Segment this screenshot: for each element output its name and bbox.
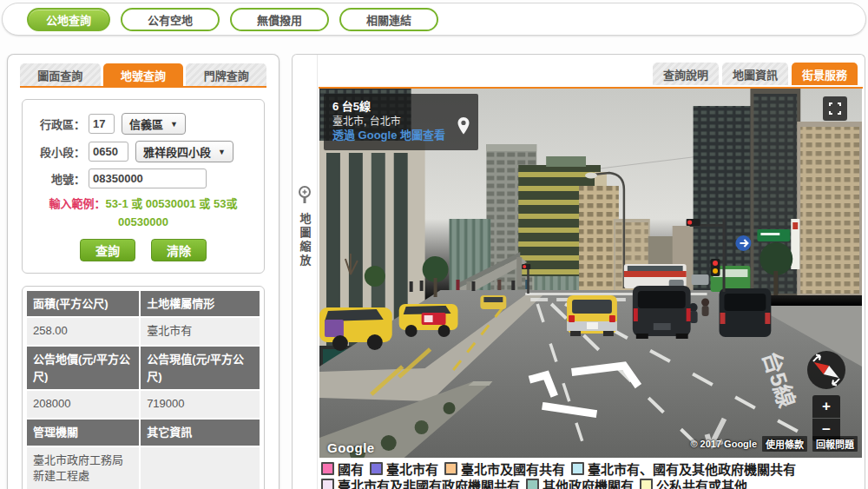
cell-announced-current-value: 719000: [141, 391, 260, 418]
input-example: 輸入範例：53-1 或 00530001 或 53或 00530000: [30, 195, 257, 232]
chevron-down-icon: ▼: [218, 148, 226, 156]
terms-of-use-link[interactable]: 使用條款: [762, 436, 807, 452]
query-form: 行政區： 信義區 ▼ 段小段： 雅祥段四小段 ▼ 地號： 輸入: [22, 99, 265, 274]
result-box: 面積(平方公尺) 土地權屬情形 258.00 臺北市有 公告地價(元/平方公尺)…: [22, 286, 265, 489]
legend-swatch: [444, 462, 457, 475]
map-panel: 地圖縮放 查詢說明 地圖資訊 街景服務: [292, 54, 865, 489]
legend-item: 臺北市有、國有及其他政府機關共有: [571, 460, 796, 476]
cell-area: 258.00: [27, 318, 139, 345]
query-panel: 圖面查詢 地號查詢 門牌查詢 行政區： 信義區 ▼ 段小段： 雅祥段四小段 ▼: [7, 54, 279, 489]
th-managing-agency: 管理機關: [27, 420, 139, 446]
nav-public-land-button[interactable]: 公地查詢: [27, 8, 110, 31]
legend-swatch: [321, 462, 334, 475]
street-view-subtitle: 臺北市, 台北市: [332, 115, 450, 129]
fullscreen-icon: [829, 102, 841, 115]
th-ownership: 土地權屬情形: [141, 291, 260, 317]
street-view-info-card: 6 台5線 臺北市, 台北市 透過 Google 地圖查看: [324, 94, 478, 150]
legend-item: 其他政府機關有: [526, 477, 634, 489]
section-label: 段小段：: [30, 143, 85, 160]
zoom-in-button[interactable]: +: [812, 395, 840, 418]
nav-vacant-land-button[interactable]: 公有空地: [121, 8, 220, 31]
street-view[interactable]: 台5線: [319, 89, 862, 458]
search-button[interactable]: 查詢: [80, 239, 135, 261]
legend-swatch: [370, 462, 383, 475]
legend-swatch: [526, 479, 539, 489]
map-zoom-splitter[interactable]: 地圖縮放: [293, 55, 318, 489]
top-nav: 公地查詢 公有空地 無償撥用 相關連結: [2, 3, 866, 36]
place-pin-icon[interactable]: [457, 116, 470, 135]
tab-street-view[interactable]: 街景服務: [792, 63, 858, 85]
section-select[interactable]: 雅祥段四小段 ▼: [135, 141, 233, 162]
legend-swatch: [640, 479, 653, 489]
google-watermark: Google: [327, 440, 375, 455]
cell-announced-land-price: 208000: [27, 391, 139, 418]
legend-item: 臺北市及國有共有: [444, 460, 565, 476]
compass-control[interactable]: [806, 350, 846, 390]
page: 公地查詢 公有空地 無償撥用 相關連結 圖面查詢 地號查詢 門牌查詢 行政區： …: [0, 0, 868, 489]
parcel-number-input[interactable]: [89, 169, 207, 188]
district-label: 行政區：: [30, 116, 85, 132]
tab-map-info[interactable]: 地圖資訊: [722, 63, 788, 85]
nav-free-appropriation-button[interactable]: 無償撥用: [230, 8, 329, 31]
result-table: 面積(平方公尺) 土地權屬情形 258.00 臺北市有 公告地價(元/平方公尺)…: [27, 291, 260, 489]
fullscreen-button[interactable]: [823, 96, 847, 121]
section-code-input[interactable]: [89, 142, 128, 162]
chevron-down-icon: ▼: [170, 120, 178, 129]
map-zoom-label: 地圖縮放: [297, 213, 313, 268]
legend-swatch: [571, 462, 584, 475]
clear-button[interactable]: 清除: [151, 239, 207, 261]
th-announced-land-price: 公告地價(元/平方公尺): [27, 347, 139, 389]
th-other-info: 其它資訊: [141, 420, 260, 446]
tab-parcel-query[interactable]: 地號查詢: [103, 63, 184, 86]
magnifier-plus-icon: [297, 185, 312, 206]
parcel-label: 地號：: [30, 170, 85, 187]
district-select[interactable]: 信義區 ▼: [122, 113, 186, 135]
query-tabs: 圖面查詢 地號查詢 門牌查詢: [20, 63, 266, 88]
cell-managing-agency: 臺北市政府工務局新建工程處: [27, 447, 139, 489]
nav-related-links-button[interactable]: 相關連結: [339, 8, 438, 31]
compass-icon: [806, 350, 846, 390]
map-tabs: 查詢說明 地圖資訊 街景服務: [653, 63, 858, 85]
district-code-input[interactable]: [89, 114, 115, 134]
cell-ownership: 臺北市有: [141, 318, 260, 345]
tab-map-query[interactable]: 圖面查詢: [20, 63, 101, 86]
legend-item: 國有: [321, 460, 364, 476]
report-problem-link[interactable]: 回報問題: [812, 436, 858, 452]
street-view-attribution: © 2017 Google 使用條款 回報問題: [690, 436, 858, 452]
ownership-legend: 國有 臺北市有 臺北市及國有共有 臺北市有、國有及其他政府機關共有 臺北市有及非…: [319, 458, 862, 489]
legend-item: 臺北市有及非國有政府機關共有: [321, 477, 520, 489]
cell-other-info: [141, 447, 260, 489]
th-area: 面積(平方公尺): [27, 291, 139, 317]
legend-item: 公私共有或其他: [640, 477, 747, 489]
legend-swatch: [321, 479, 334, 489]
tab-query-help[interactable]: 查詢說明: [653, 63, 719, 85]
street-view-title: 6 台5線: [332, 100, 450, 115]
legend-item: 臺北市有: [370, 460, 438, 476]
zoom-control: + −: [812, 395, 840, 441]
view-on-google-maps-link[interactable]: 透過 Google 地圖查看: [332, 129, 450, 143]
copyright-text: © 2017 Google: [690, 439, 757, 449]
tab-address-query[interactable]: 門牌查詢: [186, 63, 266, 86]
th-announced-current-value: 公告現值(元/平方公尺): [141, 347, 260, 389]
